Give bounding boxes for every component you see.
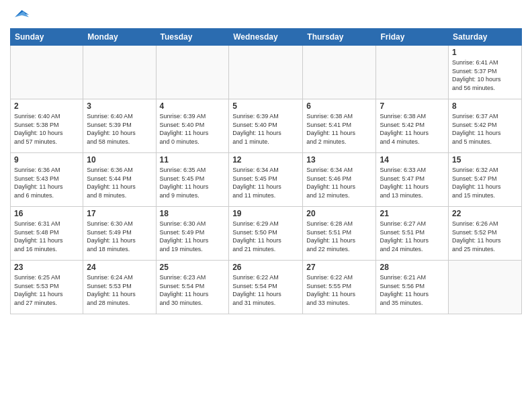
col-saturday: Saturday (449, 29, 522, 46)
day-number: 25 (160, 263, 226, 272)
day-number: 15 (452, 155, 518, 165)
day-number: 17 (87, 209, 152, 218)
day-number: 5 (232, 101, 299, 111)
day-cell: 1Sunrise: 6:41 AM Sunset: 5:37 PM Daylig… (449, 46, 522, 99)
day-info: Sunrise: 6:41 AM Sunset: 5:37 PM Dayligh… (452, 58, 518, 92)
day-cell: 27Sunrise: 6:22 AM Sunset: 5:55 PM Dayli… (303, 261, 376, 314)
day-cell: 11Sunrise: 6:35 AM Sunset: 5:45 PM Dayli… (156, 153, 229, 207)
day-number: 21 (380, 209, 445, 218)
day-info: Sunrise: 6:37 AM Sunset: 5:42 PM Dayligh… (452, 112, 518, 146)
day-number: 16 (14, 209, 79, 218)
day-cell: 16Sunrise: 6:31 AM Sunset: 5:48 PM Dayli… (11, 207, 83, 261)
day-number: 10 (87, 155, 152, 165)
day-number: 7 (380, 101, 445, 111)
day-number: 28 (380, 263, 445, 272)
day-cell (11, 46, 83, 99)
day-number: 11 (160, 155, 226, 165)
calendar: Sunday Monday Tuesday Wednesday Thursday… (10, 28, 522, 314)
week-row-1: 2Sunrise: 6:40 AM Sunset: 5:38 PM Daylig… (11, 99, 522, 153)
day-number: 13 (306, 155, 372, 165)
day-info: Sunrise: 6:21 AM Sunset: 5:56 PM Dayligh… (380, 273, 445, 307)
day-cell: 24Sunrise: 6:24 AM Sunset: 5:53 PM Dayli… (83, 261, 156, 314)
header (10, 7, 522, 23)
day-number: 9 (14, 155, 79, 165)
day-number: 23 (14, 263, 79, 272)
day-info: Sunrise: 6:27 AM Sunset: 5:51 PM Dayligh… (380, 220, 445, 253)
day-cell: 18Sunrise: 6:30 AM Sunset: 5:49 PM Dayli… (156, 207, 229, 261)
day-cell: 6Sunrise: 6:38 AM Sunset: 5:41 PM Daylig… (303, 99, 376, 153)
day-number: 8 (452, 101, 518, 111)
day-info: Sunrise: 6:23 AM Sunset: 5:54 PM Dayligh… (160, 273, 226, 307)
day-cell: 17Sunrise: 6:30 AM Sunset: 5:49 PM Dayli… (83, 207, 156, 261)
day-cell: 15Sunrise: 6:32 AM Sunset: 5:47 PM Dayli… (449, 153, 522, 207)
day-cell: 23Sunrise: 6:25 AM Sunset: 5:53 PM Dayli… (11, 261, 83, 314)
calendar-body: 1Sunrise: 6:41 AM Sunset: 5:37 PM Daylig… (11, 46, 522, 314)
week-row-2: 9Sunrise: 6:36 AM Sunset: 5:43 PM Daylig… (11, 153, 522, 207)
day-info: Sunrise: 6:30 AM Sunset: 5:49 PM Dayligh… (160, 220, 226, 253)
day-info: Sunrise: 6:22 AM Sunset: 5:55 PM Dayligh… (306, 273, 372, 307)
day-info: Sunrise: 6:29 AM Sunset: 5:50 PM Dayligh… (232, 220, 299, 253)
day-info: Sunrise: 6:40 AM Sunset: 5:38 PM Dayligh… (14, 112, 79, 146)
day-number: 26 (232, 263, 299, 272)
day-cell: 3Sunrise: 6:40 AM Sunset: 5:39 PM Daylig… (83, 99, 156, 153)
day-info: Sunrise: 6:26 AM Sunset: 5:52 PM Dayligh… (452, 220, 518, 253)
day-info: Sunrise: 6:36 AM Sunset: 5:44 PM Dayligh… (87, 166, 152, 199)
day-number: 4 (160, 101, 226, 111)
day-number: 6 (306, 101, 372, 111)
day-cell: 9Sunrise: 6:36 AM Sunset: 5:43 PM Daylig… (11, 153, 83, 207)
day-number: 20 (306, 209, 372, 218)
day-info: Sunrise: 6:40 AM Sunset: 5:39 PM Dayligh… (87, 112, 152, 146)
day-number: 1 (452, 48, 518, 57)
week-row-0: 1Sunrise: 6:41 AM Sunset: 5:37 PM Daylig… (11, 46, 522, 99)
calendar-header: Sunday Monday Tuesday Wednesday Thursday… (11, 29, 522, 46)
day-cell: 4Sunrise: 6:39 AM Sunset: 5:40 PM Daylig… (156, 99, 229, 153)
week-row-3: 16Sunrise: 6:31 AM Sunset: 5:48 PM Dayli… (11, 207, 522, 261)
col-friday: Friday (376, 29, 449, 46)
day-info: Sunrise: 6:28 AM Sunset: 5:51 PM Dayligh… (306, 220, 372, 253)
day-number: 14 (380, 155, 445, 165)
day-info: Sunrise: 6:38 AM Sunset: 5:41 PM Dayligh… (306, 112, 372, 146)
day-info: Sunrise: 6:32 AM Sunset: 5:47 PM Dayligh… (452, 166, 518, 199)
day-number: 27 (306, 263, 372, 272)
week-row-4: 23Sunrise: 6:25 AM Sunset: 5:53 PM Dayli… (11, 261, 522, 314)
day-number: 3 (87, 101, 152, 111)
day-info: Sunrise: 6:34 AM Sunset: 5:45 PM Dayligh… (232, 166, 299, 199)
day-info: Sunrise: 6:36 AM Sunset: 5:43 PM Dayligh… (14, 166, 79, 199)
day-info: Sunrise: 6:25 AM Sunset: 5:53 PM Dayligh… (14, 273, 79, 307)
day-info: Sunrise: 6:30 AM Sunset: 5:49 PM Dayligh… (87, 220, 152, 253)
day-info: Sunrise: 6:35 AM Sunset: 5:45 PM Dayligh… (160, 166, 226, 199)
col-thursday: Thursday (303, 29, 376, 46)
day-number: 22 (452, 209, 518, 218)
day-info: Sunrise: 6:31 AM Sunset: 5:48 PM Dayligh… (14, 220, 79, 253)
day-cell (376, 46, 449, 99)
day-number: 12 (232, 155, 299, 165)
day-cell: 21Sunrise: 6:27 AM Sunset: 5:51 PM Dayli… (376, 207, 449, 261)
day-cell: 8Sunrise: 6:37 AM Sunset: 5:42 PM Daylig… (449, 99, 522, 153)
day-cell (303, 46, 376, 99)
day-cell (156, 46, 229, 99)
day-cell: 28Sunrise: 6:21 AM Sunset: 5:56 PM Dayli… (376, 261, 449, 314)
day-cell: 25Sunrise: 6:23 AM Sunset: 5:54 PM Dayli… (156, 261, 229, 314)
day-cell: 2Sunrise: 6:40 AM Sunset: 5:38 PM Daylig… (11, 99, 83, 153)
day-info: Sunrise: 6:38 AM Sunset: 5:42 PM Dayligh… (380, 112, 445, 146)
header-row: Sunday Monday Tuesday Wednesday Thursday… (11, 29, 522, 46)
day-info: Sunrise: 6:24 AM Sunset: 5:53 PM Dayligh… (87, 273, 152, 307)
day-cell: 26Sunrise: 6:22 AM Sunset: 5:54 PM Dayli… (229, 261, 303, 314)
day-cell: 14Sunrise: 6:33 AM Sunset: 5:47 PM Dayli… (376, 153, 449, 207)
day-number: 24 (87, 263, 152, 272)
logo (10, 7, 30, 23)
day-number: 19 (232, 209, 299, 218)
day-cell: 22Sunrise: 6:26 AM Sunset: 5:52 PM Dayli… (449, 207, 522, 261)
col-tuesday: Tuesday (156, 29, 229, 46)
day-number: 2 (14, 101, 79, 111)
day-cell: 19Sunrise: 6:29 AM Sunset: 5:50 PM Dayli… (229, 207, 303, 261)
day-cell: 20Sunrise: 6:28 AM Sunset: 5:51 PM Dayli… (303, 207, 376, 261)
day-info: Sunrise: 6:33 AM Sunset: 5:47 PM Dayligh… (380, 166, 445, 199)
col-wednesday: Wednesday (229, 29, 303, 46)
logo-icon (10, 7, 29, 23)
day-number: 18 (160, 209, 226, 218)
day-info: Sunrise: 6:39 AM Sunset: 5:40 PM Dayligh… (160, 112, 226, 146)
day-cell: 12Sunrise: 6:34 AM Sunset: 5:45 PM Dayli… (229, 153, 303, 207)
col-sunday: Sunday (11, 29, 83, 46)
day-info: Sunrise: 6:39 AM Sunset: 5:40 PM Dayligh… (232, 112, 299, 146)
